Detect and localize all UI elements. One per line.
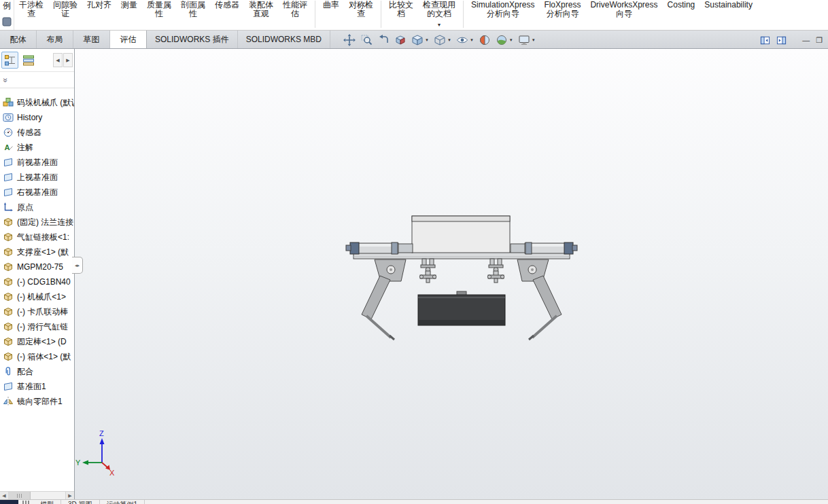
model-right-claw-arm[interactable] xyxy=(517,259,562,340)
curvature-button[interactable]: 曲率 ▼ xyxy=(318,0,344,10)
panel-splitter-handle[interactable]: ◂▸ xyxy=(72,257,83,274)
view-settings-button[interactable]: ▼ xyxy=(517,33,537,48)
status-tab-motion-study[interactable]: 运动算例1 xyxy=(100,500,145,504)
assembly-visualization-button[interactable]: 装配体直观 ▼ xyxy=(244,0,278,18)
floxpress-wizard-button[interactable]: FloXpress分析向导 ▼ xyxy=(539,0,585,18)
tree-display-options[interactable]: » xyxy=(0,72,74,88)
tree-item-box-body[interactable]: (-) 箱体<1> (默 xyxy=(0,349,74,364)
clearance-verification-button[interactable]: 间隙验证 ▼ xyxy=(48,0,82,18)
scrollbar-thumb[interactable] xyxy=(9,492,31,499)
model-left-linkage[interactable] xyxy=(419,259,436,283)
dropdown-caret-icon: ▼ xyxy=(437,20,442,29)
panel-tabs-scroll-left-button[interactable]: ◀ xyxy=(53,53,63,67)
tree-item-cylinder-link-plate[interactable]: 气缸链接板<1: xyxy=(0,230,74,245)
zoom-to-area-icon xyxy=(360,34,373,46)
sensor-button[interactable]: 传感器 ▼ xyxy=(210,0,244,10)
part-icon xyxy=(3,262,14,272)
compare-documents-button[interactable]: 比较文档 ▼ xyxy=(384,0,418,18)
tree-item-sliding-cylinder-link[interactable]: (-) 滑行气缸链 xyxy=(0,319,74,334)
tree-item-mgpm20-75[interactable]: MGPM20-75 xyxy=(0,259,74,274)
part-icon xyxy=(3,232,14,242)
tab-evaluate[interactable]: 评估 xyxy=(110,31,147,48)
hide-show-items-button[interactable]: ▼ xyxy=(455,33,475,48)
zoom-to-fit-button[interactable]: ▼ xyxy=(342,33,357,48)
measure-button[interactable]: 测量 ▼ xyxy=(116,0,142,10)
tree-item-assembly-root[interactable]: 码垛机械爪 (默认< xyxy=(0,95,74,110)
driveworksxpress-wizard-button[interactable]: DriveWorksXpress向导 ▼ xyxy=(585,0,662,18)
triad-y-label: Y xyxy=(75,458,81,467)
model-top-box[interactable] xyxy=(412,216,510,253)
3d-model-canvas[interactable]: Z Y X xyxy=(75,49,828,499)
tree-item-sensors[interactable]: 传感器 xyxy=(0,125,74,140)
featuremanager-tree-tab[interactable] xyxy=(1,52,18,69)
toolbar-separator xyxy=(381,1,381,28)
triad-z-label: Z xyxy=(99,429,104,437)
tree-horizontal-scrollbar[interactable]: ◀ ▶ xyxy=(0,491,74,499)
graphics-viewport[interactable]: Z Y X xyxy=(75,49,828,499)
display-style-button[interactable]: ▼ xyxy=(432,33,453,48)
scrollbar-right-arrow[interactable]: ▶ xyxy=(65,492,74,499)
tree-item-flange-connector[interactable]: (固定) 法兰连接 xyxy=(0,215,74,230)
tree-item-mechanical-claw[interactable]: (-) 机械爪<1> xyxy=(0,289,74,304)
tab-solidworks-addins[interactable]: SOLIDWORKS 插件 xyxy=(147,31,238,48)
symmetry-check-button[interactable]: 对称检查 ▼ xyxy=(344,0,378,18)
model-left-cylinder[interactable] xyxy=(346,242,413,254)
tree-item-mirror-component1[interactable]: 镜向零部件1 xyxy=(0,394,74,409)
view-orientation-button[interactable]: ▼ xyxy=(410,33,430,48)
simulationxpress-wizard-button[interactable]: SimulationXpress分析向导 ▼ xyxy=(466,0,539,18)
solidworks-window: 例 干涉检查 ▼ 间隙验证 ▼ 孔对齐 ▼ 测量 ▼ 质量属性 ▼ xyxy=(0,0,828,504)
tree-item-history[interactable]: History xyxy=(0,110,74,125)
tree-item-support-seat[interactable]: 支撑座<1> (默 xyxy=(0,245,74,259)
clipped-left-toolbar-button[interactable]: 例 xyxy=(0,0,14,30)
scrollbar-left-arrow[interactable]: ◀ xyxy=(0,492,9,499)
model-right-linkage[interactable] xyxy=(487,259,504,283)
tree-item-origin[interactable]: 原点 xyxy=(0,200,74,215)
model-left-claw-arm[interactable] xyxy=(362,259,406,340)
restore-window-button[interactable]: ❐ xyxy=(816,37,823,44)
tree-item-cdg1bn40[interactable]: (-) CDG1BN40 xyxy=(0,274,74,289)
part-icon xyxy=(3,306,14,317)
panel-tabs-scroll-right-button[interactable]: ▶ xyxy=(63,53,73,67)
sustainability-button[interactable]: Sustainability ▼ xyxy=(700,0,757,10)
section-properties-button[interactable]: 剖面属性 ▼ xyxy=(176,0,210,18)
panel-toggle-right-icon[interactable] xyxy=(776,35,787,46)
tab-sketch[interactable]: 草图 xyxy=(73,31,110,48)
hole-alignment-button[interactable]: 孔对齐 ▼ xyxy=(82,0,116,10)
plane-icon xyxy=(3,187,14,198)
edit-appearance-button[interactable]: ▼ xyxy=(477,33,492,48)
flyout-chevron-icon: » xyxy=(1,77,10,82)
model-right-cylinder[interactable] xyxy=(511,242,577,254)
plane-icon xyxy=(3,172,14,183)
tree-item-right-plane[interactable]: 右视基准面 xyxy=(0,185,74,200)
tab-layout[interactable]: 布局 xyxy=(37,31,73,48)
zoom-to-area-button[interactable]: ▼ xyxy=(359,33,374,48)
tab-solidworks-mbd[interactable]: SOLIDWORKS MBD xyxy=(238,31,330,48)
mass-properties-button[interactable]: 质量属性 ▼ xyxy=(142,0,176,18)
section-view-button[interactable]: ▼ xyxy=(393,33,408,48)
performance-evaluation-button[interactable]: 性能评估 ▼ xyxy=(278,0,312,18)
plane-icon xyxy=(3,381,14,392)
minimize-window-button[interactable]: — xyxy=(802,37,810,44)
propertymanager-tab[interactable] xyxy=(20,52,37,69)
tree-item-front-plane[interactable]: 前视基准面 xyxy=(0,155,74,170)
resize-grip-icon xyxy=(18,500,33,504)
tree-item-plane1[interactable]: 基准面1 xyxy=(0,379,74,394)
panel-toggle-left-icon[interactable] xyxy=(760,35,770,46)
apply-scene-button[interactable]: ▼ xyxy=(494,33,515,48)
tab-assembly[interactable]: 配体 xyxy=(0,31,37,48)
dropdown-caret-icon: ▼ xyxy=(425,38,429,42)
tree-item-claw-linkage-rod[interactable]: (-) 卡爪联动棒 xyxy=(0,304,74,319)
tree-item-mates[interactable]: 配合 xyxy=(0,364,74,379)
tree-item-annotations[interactable]: A 注解 xyxy=(0,140,74,155)
status-tab-3d-views[interactable]: 3D 视图 xyxy=(61,500,100,504)
section-view-icon xyxy=(394,34,407,46)
tree-item-fixed-rod[interactable]: 固定棒<1> (D xyxy=(0,334,74,349)
check-active-document-button[interactable]: 检查现用的文档 ▼ xyxy=(418,0,460,29)
costing-button[interactable]: Costing ▼ xyxy=(663,0,700,10)
previous-view-button[interactable]: ▼ xyxy=(376,33,391,48)
interference-check-button[interactable]: 干涉检查 ▼ xyxy=(14,0,48,18)
model-dark-box[interactable] xyxy=(418,291,505,325)
feature-tree: 码垛机械爪 (默认< History 传感器 A 注解 前视基准面 xyxy=(0,88,74,409)
tree-item-top-plane[interactable]: 上视基准面 xyxy=(0,170,74,185)
status-tab-model[interactable]: 模型 xyxy=(33,500,61,504)
